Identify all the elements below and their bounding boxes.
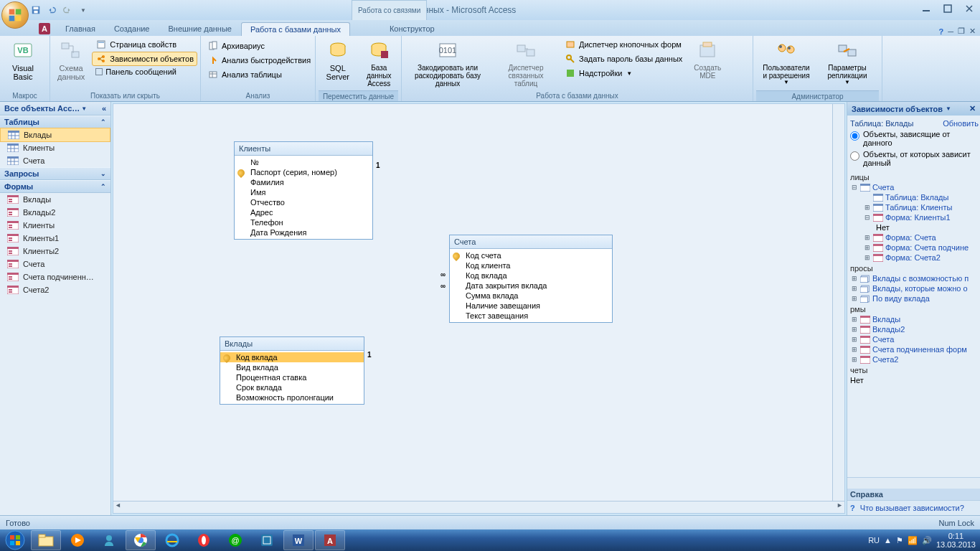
tree-expand-icon[interactable]: ⊞ xyxy=(850,356,858,363)
table-field[interactable]: Имя xyxy=(235,187,372,197)
navitem-form[interactable]: Клиенты1 xyxy=(0,232,110,245)
dep-tree-item[interactable]: ⊞Форма: Счета2 xyxy=(850,253,979,263)
table-field-pk[interactable]: Код счета xyxy=(450,250,612,260)
language-indicator[interactable]: RU xyxy=(868,536,880,545)
dep-radio-dependents[interactable]: Объекты, зависящие от данного xyxy=(850,128,979,149)
undo-icon[interactable] xyxy=(44,3,59,17)
taskbar-mailru-icon[interactable]: @ xyxy=(220,530,250,550)
navitem-form[interactable]: Вклады xyxy=(0,193,110,206)
table-title[interactable]: Счета xyxy=(450,235,612,249)
help-icon[interactable]: ? xyxy=(938,27,943,36)
table-field[interactable]: Возможность пролонгации xyxy=(220,392,364,402)
table-box-clients[interactable]: Клиенты № Паспорт (серия, номер) Фамилия… xyxy=(234,141,373,240)
dep-help-link[interactable]: Что вызывает зависимости? xyxy=(860,504,964,512)
message-bar-button[interactable]: Панель сообщений xyxy=(92,66,197,77)
qat-customize-icon[interactable]: ▼ xyxy=(76,3,90,17)
vertical-scrollbar[interactable] xyxy=(832,104,844,501)
tray-action-center-icon[interactable]: ⚑ xyxy=(896,536,903,545)
navitem-form[interactable]: Счета подчиненн… xyxy=(0,270,110,283)
mdi-minimize-icon[interactable]: ─ xyxy=(948,27,953,36)
table-field[interactable]: Наличие завещания xyxy=(450,301,612,311)
dep-tree-item[interactable]: ⊞Вклады xyxy=(850,314,979,324)
tree-expand-icon[interactable]: ⊞ xyxy=(850,326,858,333)
table-field[interactable]: Фамилия xyxy=(235,177,372,187)
tab-external[interactable]: Внешние данные xyxy=(159,22,241,36)
tree-expand-icon[interactable]: ⊞ xyxy=(850,346,858,353)
property-sheet-button[interactable]: Страница свойств xyxy=(92,37,197,52)
encode-decode-button[interactable]: 0101Закодировать или раскодировать базу … xyxy=(405,37,491,90)
dep-tree-item[interactable]: ⊞Счета2 xyxy=(850,354,979,364)
navitem-table[interactable]: Вклады xyxy=(0,128,110,142)
dep-refresh-link[interactable]: Обновить xyxy=(943,119,979,128)
table-field[interactable]: Процентная ставка xyxy=(220,372,364,382)
analyze-table-button[interactable]: Анализ таблицы xyxy=(204,67,314,82)
tree-expand-icon[interactable]: ⊞ xyxy=(850,295,858,302)
analyze-performance-button[interactable]: Анализ быстродействия xyxy=(204,53,314,67)
dep-tree-item[interactable]: ⊟Форма: Клиенты1 xyxy=(850,212,979,222)
tree-expand-icon[interactable]: ⊞ xyxy=(850,336,858,343)
taskbar-opera-icon[interactable] xyxy=(189,530,219,550)
table-field[interactable]: Текст завещания xyxy=(450,311,612,321)
taskbar-wmp-icon[interactable] xyxy=(62,530,93,550)
navcat-forms[interactable]: Формы⌃ xyxy=(0,180,110,193)
table-field[interactable]: Срок вклада xyxy=(220,382,364,392)
horizontal-scrollbar[interactable] xyxy=(113,501,844,513)
make-mde-button[interactable]: Создать MDE xyxy=(689,37,726,90)
linked-table-manager-button[interactable]: Диспетчер связанных таблиц xyxy=(494,37,558,90)
minimize-icon[interactable] xyxy=(918,3,934,14)
table-field-pk[interactable]: Паспорт (серия, номер) xyxy=(235,167,372,177)
table-title[interactable]: Клиенты xyxy=(235,142,372,156)
dep-tree-item[interactable]: ⊞Вклады2 xyxy=(850,324,979,334)
table-field-pk-selected[interactable]: Код вклада xyxy=(220,352,364,362)
documenter-button[interactable]: Архивариус xyxy=(204,39,314,53)
redo-icon[interactable] xyxy=(60,3,75,17)
table-field[interactable]: Дата Рождения xyxy=(235,227,372,237)
taskbar-virtualbox-icon[interactable] xyxy=(252,530,282,550)
table-field[interactable]: Телефон xyxy=(235,217,372,227)
navitem-table[interactable]: Клиенты xyxy=(0,141,110,154)
mdi-restore-icon[interactable]: ❐ xyxy=(958,27,965,36)
tab-create[interactable]: Создание xyxy=(105,22,159,36)
table-field[interactable]: Вид вклада xyxy=(220,362,364,372)
dep-tree-item[interactable]: ⊞Счета подчиненная форм xyxy=(850,344,979,354)
dep-tree-item[interactable]: ⊞Вклады с возможностью п xyxy=(850,273,979,283)
relationships-canvas[interactable]: 1 ∞ ∞ 1 Клиенты № Паспорт (серия, номер)… xyxy=(113,104,832,501)
table-field[interactable]: Адрес xyxy=(235,207,372,217)
tree-expand-icon[interactable]: ⊞ xyxy=(850,275,858,282)
save-icon[interactable] xyxy=(29,3,43,17)
table-field[interactable]: Код клиента xyxy=(450,260,612,270)
dep-tree-item[interactable]: ⊞Счета xyxy=(850,334,979,344)
navitem-form[interactable]: Счета xyxy=(0,258,110,270)
visual-basic-button[interactable]: VB Visual Basic xyxy=(3,37,43,90)
taskbar-access-icon[interactable]: A xyxy=(315,530,345,550)
tree-collapse-icon[interactable]: ⊟ xyxy=(863,214,871,221)
taskbar-ie-icon[interactable] xyxy=(157,530,187,550)
taskbar-explorer-icon[interactable] xyxy=(31,530,61,550)
access-db-button[interactable]: База данных Access xyxy=(360,37,399,90)
replication-button[interactable]: Параметры репликации▼ xyxy=(819,37,875,90)
table-field[interactable]: № xyxy=(235,157,372,167)
tree-expand-icon[interactable]: ⊞ xyxy=(863,234,871,241)
taskbar-clock[interactable]: 0:1113.03.2013 xyxy=(936,532,976,549)
set-password-button[interactable]: Задать пароль базы данных xyxy=(561,52,686,66)
tray-volume-icon[interactable]: 🔊 xyxy=(922,536,932,545)
tray-flag-icon[interactable]: ▲ xyxy=(884,536,892,545)
navitem-form[interactable]: Клиенты xyxy=(0,219,110,232)
office-button[interactable] xyxy=(1,1,29,29)
tree-expand-icon[interactable]: ⊞ xyxy=(850,285,858,292)
close-icon[interactable] xyxy=(961,3,977,14)
dep-tree-item[interactable]: ⊞Форма: Счета xyxy=(850,232,979,242)
navitem-form[interactable]: Вклады2 xyxy=(0,206,110,219)
dep-tree-item[interactable]: ⊟Счета xyxy=(850,182,979,192)
object-dependencies-button[interactable]: Зависимости объектов xyxy=(92,52,197,66)
mdi-close-icon[interactable]: ✕ xyxy=(969,27,976,36)
dep-tree-item[interactable]: ⊞Форма: Счета подчине xyxy=(850,242,979,253)
taskbar-messenger-icon[interactable] xyxy=(94,530,124,550)
switchboard-manager-button[interactable]: Диспетчер кнопочных форм xyxy=(561,37,686,52)
dep-tree-item[interactable]: ⊞По виду вклада xyxy=(850,293,979,303)
tree-collapse-icon[interactable]: ⊟ xyxy=(850,184,858,191)
start-button[interactable] xyxy=(0,529,30,551)
navitem-table[interactable]: Счета xyxy=(0,154,110,167)
dep-tree-item[interactable]: ⊞Вклады, которые можно о xyxy=(850,283,979,293)
taskbar-chrome-icon[interactable] xyxy=(126,530,156,550)
